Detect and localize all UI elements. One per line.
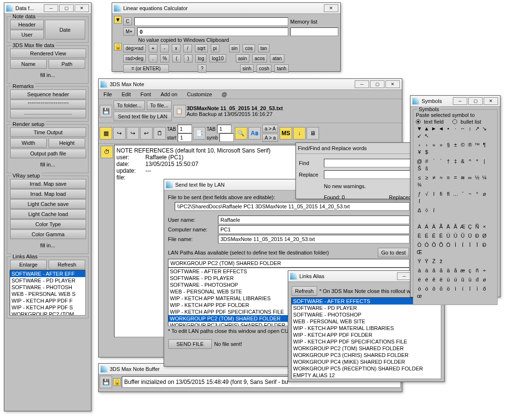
- symbol-button[interactable]: ´: [437, 158, 445, 165]
- symbol-button[interactable]: Û: [459, 233, 466, 240]
- symbol-button[interactable]: â: [430, 267, 437, 275]
- symbol-button[interactable]: &: [459, 158, 466, 165]
- list-item[interactable]: WORKGROUP PC2 (TOM: [10, 311, 85, 316]
- symbol-button[interactable]: ó: [423, 286, 430, 293]
- minimize-button[interactable]: ─: [355, 80, 369, 88]
- down-icon[interactable]: ↓: [293, 127, 306, 140]
- list-item[interactable]: WIP - KETCH APP PDF S: [10, 304, 85, 311]
- symbol-button[interactable]: •: [445, 126, 452, 133]
- titlebar[interactable]: 3DS Max Note ─ ▢ ✕: [99, 79, 402, 90]
- symbol-button[interactable]: @: [416, 158, 423, 165]
- to-folder-button[interactable]: To folder...: [114, 101, 145, 110]
- user-input[interactable]: [218, 216, 410, 224]
- symbol-button[interactable]: Å: [452, 224, 459, 231]
- file-input[interactable]: [218, 235, 410, 243]
- symbol-button[interactable]: ™: [474, 142, 481, 149]
- date-button[interactable]: Date: [45, 20, 85, 39]
- header-button[interactable]: Header: [10, 20, 44, 29]
- symbol-button[interactable]: ž: [437, 258, 445, 266]
- symbol-button[interactable]: ≡: [445, 175, 452, 182]
- symbol-button[interactable]: ì: [452, 286, 459, 293]
- symbol-button[interactable]: ù: [445, 277, 452, 284]
- result-input[interactable]: 0: [137, 27, 288, 36]
- symbol-button[interactable]: ø: [481, 277, 488, 284]
- symbol-button[interactable]: ø: [481, 191, 488, 198]
- symbol-button[interactable]: ▼: [416, 126, 423, 133]
- symbol-button[interactable]: …: [452, 191, 459, 198]
- font-icon[interactable]: Aʙ: [248, 127, 261, 140]
- symbol-button[interactable]: [481, 258, 488, 266]
- maximize-button[interactable]: ▢: [59, 4, 74, 12]
- lock-icon[interactable]: 🔒: [114, 43, 122, 51]
- symbol-button[interactable]: ÷: [481, 267, 488, 275]
- symbol-button[interactable]: °: [474, 191, 481, 198]
- list-item[interactable]: WORKGROUP PC2 (TOM) SHARED FOLDER: [292, 345, 441, 352]
- symbol-button[interactable]: ſ: [430, 207, 437, 215]
- symbol-button[interactable]: ¼: [481, 175, 488, 182]
- tab2-input[interactable]: [217, 125, 231, 133]
- symbol-button[interactable]: Ÿ: [423, 258, 430, 266]
- output-path-button[interactable]: Output path file: [10, 149, 86, 158]
- symbol-button[interactable]: æ: [459, 267, 466, 275]
- c-button[interactable]: C: [123, 17, 132, 25]
- symbol-button[interactable]: Ý: [416, 258, 423, 266]
- list-item[interactable]: WIP - KETCH APP PDF SPECIFICATIONS FILE: [292, 338, 441, 345]
- maximize-button[interactable]: ▢: [468, 97, 483, 105]
- symbol-button[interactable]: Ú: [452, 233, 459, 240]
- refresh-button[interactable]: Refresh: [49, 260, 85, 269]
- comp-input[interactable]: [218, 225, 410, 234]
- symbol-button[interactable]: Â: [430, 224, 437, 231]
- calc-button[interactable]: %: [160, 54, 169, 63]
- symbol-button[interactable]: ≥: [423, 175, 430, 182]
- symbol-button[interactable]: Ó: [423, 242, 430, 249]
- symbol-button[interactable]: [474, 207, 481, 215]
- symbol-button[interactable]: Í: [459, 242, 466, 249]
- minimize-button[interactable]: ─: [44, 4, 58, 12]
- calc-button[interactable]: cosh: [256, 64, 271, 73]
- symbol-button[interactable]: Ä: [445, 224, 452, 231]
- calc-button[interactable]: asin: [236, 54, 249, 63]
- selected-path[interactable]: WORKGROUP PC2 (TOM) SHARED FOLDER: [168, 259, 410, 267]
- list-item[interactable]: SOFTWARE - PD PLAYER: [10, 277, 85, 284]
- seq-header-button[interactable]: Sequence header: [10, 89, 86, 99]
- dash1-button[interactable]: **********************: [10, 100, 86, 109]
- symbol-button[interactable]: §: [445, 142, 452, 149]
- list-icon[interactable]: 📑: [193, 127, 205, 140]
- symbol-button[interactable]: ê: [430, 277, 437, 284]
- symbol-button[interactable]: Δ: [416, 207, 423, 215]
- symbol-button[interactable]: Ñ: [474, 224, 481, 231]
- symbol-button[interactable]: ë: [437, 277, 445, 284]
- symbol-button[interactable]: ſ: [416, 198, 423, 205]
- save-icon[interactable]: 💾: [100, 105, 112, 117]
- list-item[interactable]: WORKGROUP PC5 (RECEPTION) SHARED FOLDER: [292, 365, 441, 372]
- note-icon[interactable]: 🗒: [154, 127, 166, 140]
- symbol-button[interactable]: [445, 258, 452, 266]
- symbol-button[interactable]: ≈: [437, 175, 445, 182]
- symbol-button[interactable]: [445, 207, 452, 215]
- symbol-button[interactable]: Á: [423, 224, 430, 231]
- list-item[interactable]: WEB - PERSONAL WEB S: [10, 291, 85, 297]
- symbol-button[interactable]: Đ: [474, 233, 481, 240]
- calc-button[interactable]: ): [184, 54, 192, 63]
- symbol-button[interactable]: ƒ: [416, 191, 423, 198]
- find-input[interactable]: [324, 159, 422, 167]
- symbol-button[interactable]: ↙: [416, 133, 423, 140]
- time-output-button[interactable]: Time Output: [10, 127, 86, 137]
- symbol-button[interactable]: è: [416, 277, 423, 284]
- symbol-button[interactable]: Ø: [481, 233, 488, 240]
- list-item[interactable]: WEB - PERSONAL WEB SITE: [292, 318, 441, 325]
- save-icon[interactable]: 💾: [100, 376, 112, 388]
- symbol-button[interactable]: ≤: [416, 175, 423, 182]
- symbol-button[interactable]: ¾: [416, 182, 423, 189]
- list-item[interactable]: SOFTWARE - PHOTOSH: [10, 284, 85, 291]
- list-item[interactable]: WIP - KETCH APP MATERIAL LIBRARIES: [292, 325, 441, 331]
- symbol-button[interactable]: ©: [459, 142, 466, 149]
- send-lan-button[interactable]: Send text file by LAN: [114, 112, 172, 121]
- memory-list[interactable]: [290, 27, 338, 36]
- name-button[interactable]: Name: [10, 59, 47, 69]
- calc-button[interactable]: cos: [243, 44, 255, 52]
- symbol-button[interactable]: Ç: [466, 224, 474, 231]
- symbol-button[interactable]: [452, 207, 459, 215]
- paste-icon[interactable]: 📋: [173, 105, 186, 117]
- symbol-button[interactable]: ò: [416, 286, 423, 293]
